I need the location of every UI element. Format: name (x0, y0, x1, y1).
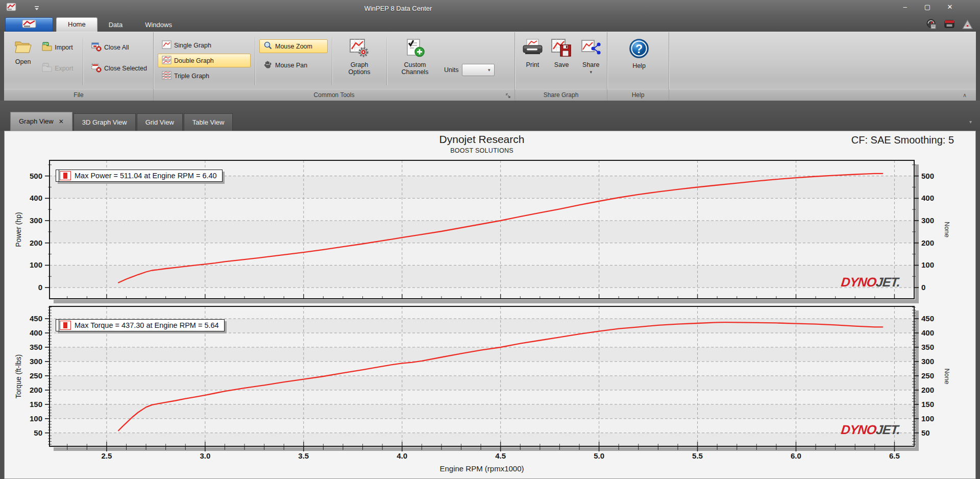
custom-channels-label-line1: Custom (404, 61, 426, 68)
tab-overflow-caret-icon[interactable]: ▾ (969, 119, 972, 125)
triple-graph-label: Triple Graph (174, 73, 209, 80)
ribbon-group-file: Open CSV Import CSV Export (4, 32, 153, 101)
window-title: WinPEP 8 Data Center (0, 5, 796, 12)
double-graph-button[interactable]: Double Graph (158, 54, 251, 67)
tab-graph-view[interactable]: Graph View ✕ (10, 112, 72, 131)
ribbon-collapse-icon[interactable]: ∧ (963, 90, 967, 101)
svg-text:6.0: 6.0 (791, 451, 801, 460)
gauge-icon[interactable] (926, 19, 937, 32)
mouse-pan-button[interactable]: Mouse Pan (259, 58, 328, 72)
save-button[interactable]: Save (548, 34, 575, 88)
svg-text:200: 200 (30, 386, 42, 394)
svg-text:100: 100 (921, 414, 934, 423)
tab-grid-view-label: Grid View (145, 114, 174, 131)
svg-text:250: 250 (30, 371, 42, 380)
device-icon[interactable] (944, 19, 955, 32)
help-button[interactable]: ? Help (623, 34, 655, 88)
svg-text:6.5: 6.5 (889, 451, 900, 460)
svg-text:0: 0 (38, 283, 42, 292)
y-axis-title-left: Torque (ft-lbs) (14, 354, 22, 398)
svg-text:400: 400 (921, 194, 934, 202)
double-graph-label: Double Graph (174, 57, 214, 64)
torque-legend-label: Max Torque = 437.30 at Engine RPM = 5.64 (75, 321, 219, 329)
triple-graph-button[interactable]: Triple Graph (158, 69, 251, 83)
divider (83, 37, 83, 85)
open-button[interactable]: Open (8, 34, 38, 88)
application-menu-button[interactable] (5, 17, 53, 32)
custom-channels-icon (405, 38, 425, 59)
double-graph-icon (162, 56, 172, 66)
ribbon-tab-windows[interactable]: Windows (134, 18, 183, 32)
save-label: Save (554, 61, 569, 68)
print-label: Print (526, 61, 540, 68)
torque-legend-swatch-icon (60, 321, 71, 330)
close-selected-icon (91, 63, 102, 74)
svg-text:100: 100 (921, 260, 934, 269)
tab-3d-graph-view[interactable]: 3D Graph View (74, 113, 136, 131)
ribbon-tab-data[interactable]: Data (97, 18, 134, 32)
tab-table-view[interactable]: Table View (184, 113, 233, 131)
mouse-zoom-button[interactable]: Mouse Zoom (259, 39, 328, 53)
units-caret-icon: ▾ (488, 68, 491, 71)
import-button[interactable]: CSV Import (38, 40, 79, 54)
power-legend-swatch-icon (60, 171, 71, 180)
graph-options-gear-icon (349, 38, 370, 59)
svg-text:2.5: 2.5 (101, 451, 112, 460)
svg-text:3.5: 3.5 (298, 451, 309, 460)
charts-canvas: 00100100200200300300400400500500Power (h… (5, 131, 976, 479)
custom-channels-button[interactable]: Custom Channels (391, 34, 439, 88)
share-label: Share (582, 61, 599, 68)
units-label: Units (444, 66, 458, 74)
svg-text:200: 200 (921, 238, 934, 247)
magnifier-icon (263, 41, 273, 52)
svg-text:4.0: 4.0 (397, 451, 407, 460)
ribbon-group-common-tools: Single Graph Double Graph Triple Graph (153, 32, 514, 101)
close-all-icon (91, 42, 102, 53)
printer-icon (521, 38, 544, 59)
group-label-common-tools-text: Common Tools (314, 91, 355, 99)
close-selected-button[interactable]: Close Selected (87, 61, 151, 75)
svg-text:300: 300 (30, 357, 42, 366)
tab-close-icon[interactable]: ✕ (59, 112, 64, 131)
group-label-file: File (4, 89, 153, 101)
close-all-button[interactable]: Close All (87, 40, 151, 54)
svg-text:400: 400 (30, 328, 42, 337)
close-selected-label: Close Selected (104, 65, 147, 72)
svg-text:500: 500 (921, 172, 934, 180)
import-csv-icon: CSV (42, 42, 52, 53)
svg-text:450: 450 (30, 314, 42, 323)
graph-options-button[interactable]: Graph Options (336, 34, 382, 88)
tab-graph-view-label: Graph View (19, 112, 54, 131)
help-label: Help (632, 62, 646, 69)
dynojet-logo-left: DYNO (840, 275, 876, 289)
maximize-button[interactable]: ▢ (922, 2, 933, 12)
single-graph-button[interactable]: Single Graph (158, 38, 251, 52)
export-button[interactable]: CSV Export (38, 61, 79, 75)
mouse-pan-label: Mouse Pan (275, 62, 307, 69)
warning-icon[interactable] (962, 19, 973, 32)
export-label: Export (55, 65, 73, 72)
y-axis-title-right: None (943, 222, 951, 237)
x-axis-title: Engine RPM (rpmx1000) (439, 464, 524, 473)
share-button[interactable]: Share ▾ (577, 34, 605, 88)
svg-text:100: 100 (30, 260, 42, 269)
svg-text:150: 150 (30, 400, 42, 409)
close-all-label: Close All (104, 44, 129, 51)
ribbon-filler: ∧ (669, 32, 976, 101)
y-axis-title-left: Power (hp) (14, 212, 22, 247)
ribbon-tab-home[interactable]: Home (56, 17, 97, 32)
print-button[interactable]: Print (519, 34, 546, 88)
document-tab-bar: Graph View ✕ 3D Graph View Grid View Tab… (0, 101, 980, 131)
legend-grip (56, 170, 59, 181)
power-legend[interactable]: Max Power = 511.04 at Engine RPM = 6.40 (56, 170, 223, 182)
divider (386, 37, 387, 85)
svg-text:50: 50 (34, 428, 42, 437)
units-dropdown[interactable]: ▾ (462, 64, 495, 76)
tab-grid-view[interactable]: Grid View (137, 113, 183, 131)
svg-text:150: 150 (921, 400, 934, 409)
tab-3d-graph-view-label: 3D Graph View (82, 114, 127, 131)
minimize-button[interactable]: – (899, 2, 911, 12)
torque-legend[interactable]: Max Torque = 437.30 at Engine RPM = 5.64 (56, 319, 225, 331)
open-label: Open (15, 58, 31, 65)
close-button[interactable]: ✕ (944, 2, 955, 12)
